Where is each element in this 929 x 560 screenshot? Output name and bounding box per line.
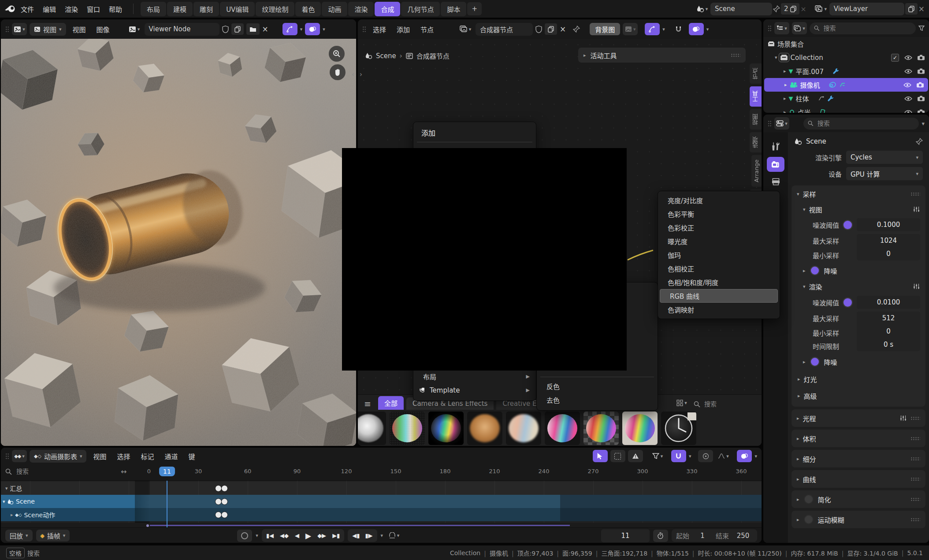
modifier-wrench-icon[interactable]	[832, 68, 839, 74]
workspace-tab-animation[interactable]: 动画	[322, 2, 347, 16]
workspace-tab-rendering[interactable]: 渲染	[348, 2, 374, 16]
overlays-toggle[interactable]	[689, 23, 704, 35]
chevron-down-icon[interactable]: ▾	[381, 533, 383, 538]
menu-item-gamma[interactable]: 伽玛	[658, 248, 780, 262]
disable-render-camera-icon[interactable]	[918, 96, 925, 101]
copy-view-layer-button[interactable]	[905, 3, 918, 15]
node-tree-name[interactable]: 合成器节点	[476, 23, 533, 36]
asset-thumbnail-vignette[interactable]	[428, 412, 464, 445]
viewport-subpanel-header[interactable]: ▾视图	[792, 202, 925, 216]
render-denoise-header[interactable]: ▸ 降噪	[792, 353, 925, 371]
outliner-row-scene-collection[interactable]: 场景集合	[763, 37, 929, 51]
use-preview-range-button[interactable]	[653, 530, 668, 542]
pan-button[interactable]	[330, 64, 346, 80]
step-back-button[interactable]: ◀▮	[352, 532, 360, 539]
menu-render[interactable]: 渲染	[61, 3, 82, 15]
max-samples-value[interactable]: 512	[857, 312, 920, 325]
unlink-node-tree-icon[interactable]: ×	[560, 25, 566, 33]
display-mode-dropdown[interactable]: 视图▾	[30, 23, 66, 36]
chevron-down-icon[interactable]: ▾	[300, 27, 303, 32]
playback-menu[interactable]: 回放▾	[5, 530, 33, 541]
channel-search[interactable]	[1, 464, 101, 475]
scene-users-count[interactable]: 2	[781, 3, 799, 15]
render-subpanel-header[interactable]: ▾渲染	[792, 279, 925, 294]
chevron-down-icon[interactable]: ▾	[662, 27, 665, 32]
advanced-subpanel-header[interactable]: ▸高级	[792, 387, 925, 404]
chevron-down-icon[interactable]: ▾	[256, 533, 258, 538]
menu-window[interactable]: 窗口	[83, 3, 104, 15]
chevron-down-icon[interactable]: ▾	[706, 27, 709, 32]
hide-eye-icon[interactable]	[904, 110, 912, 113]
expand-icon[interactable]: ▸	[784, 68, 786, 74]
curves-panel[interactable]: ▸曲线	[792, 470, 925, 488]
asset-thumbnail-bokeh-blur[interactable]	[467, 412, 502, 445]
snap-toggle[interactable]	[671, 450, 686, 462]
menu-item-template[interactable]: Template▶	[413, 383, 536, 397]
keyframe-icon[interactable]	[221, 498, 228, 505]
disable-render-camera-icon[interactable]	[918, 55, 925, 60]
max-samples-value[interactable]: 1024	[857, 234, 920, 247]
menu-item-color-correction[interactable]: 色彩校正	[658, 221, 780, 234]
menu-item-hue-correct[interactable]: 色相校正	[658, 262, 780, 275]
asset-thumbnail-pink-stripes[interactable]	[545, 412, 580, 445]
unlink-image-icon[interactable]: ×	[262, 25, 268, 33]
workspace-tab-geometry-nodes[interactable]: 几何节点	[401, 2, 440, 16]
menu-select[interactable]: 选择	[113, 450, 134, 463]
sliders-icon[interactable]	[913, 206, 920, 213]
device-dropdown[interactable]: GPU 计算▾	[846, 167, 923, 180]
overlays-toggle[interactable]	[305, 23, 320, 35]
previous-keyframe-button[interactable]: ◀◆	[280, 532, 289, 539]
drag-handle-icon[interactable]	[910, 416, 920, 420]
image-datablock-icon[interactable]: ▾	[127, 23, 142, 35]
next-keyframe-button[interactable]: ◆▶	[317, 532, 326, 539]
menu-edit[interactable]: 编辑	[39, 3, 60, 15]
light-paths-panel[interactable]: ▸光程	[792, 409, 925, 427]
blender-logo-icon[interactable]	[4, 5, 16, 13]
editor-type-button[interactable]: ▾	[774, 117, 789, 130]
tab-tool-icon[interactable]	[771, 142, 780, 151]
chevron-down-icon[interactable]: ▾	[754, 454, 757, 459]
scene-icon[interactable]: ▾	[695, 3, 710, 15]
drag-handle-icon[interactable]	[5, 453, 9, 460]
pin-icon[interactable]	[773, 5, 780, 12]
menu-item-brightness-contrast[interactable]: 亮度/对比度	[658, 193, 780, 207]
menu-marker[interactable]: 标记	[137, 450, 158, 463]
workspace-tab-uv[interactable]: UV编辑	[220, 2, 255, 16]
properties-search[interactable]	[803, 118, 919, 130]
outliner-row-plane[interactable]: ▸ ▼ 平面.007	[763, 64, 929, 78]
menu-item-hsv[interactable]: 色相/饱和度/明度	[658, 275, 780, 289]
unlink-scene-icon[interactable]: ×	[800, 5, 806, 13]
box-select-button[interactable]	[610, 450, 625, 462]
menu-item-desaturate[interactable]: 去色	[537, 393, 658, 407]
pin-icon[interactable]	[916, 138, 923, 145]
collapse-icon[interactable]: ▾	[775, 55, 777, 60]
expand-icon[interactable]: ▸	[784, 96, 786, 101]
snap-toggle[interactable]	[671, 23, 686, 35]
motion-blur-panel[interactable]: ▸ 运动模糊	[792, 511, 925, 528]
motion-blur-checkbox[interactable]	[804, 515, 814, 524]
overlays-toggle[interactable]	[737, 450, 752, 462]
outliner-row-point-light[interactable]: ▸ 点光	[763, 105, 929, 113]
workspace-tab-texture-paint[interactable]: 纹理绘制	[256, 2, 294, 16]
fake-user-shield-icon[interactable]	[222, 26, 229, 33]
auto-key-button[interactable]	[237, 530, 252, 542]
audio-sync-button[interactable]: ▾	[386, 530, 401, 542]
keyframe-icon[interactable]	[215, 512, 222, 518]
menu-item-color-balance[interactable]: 色彩平衡	[658, 207, 780, 221]
disable-render-camera-icon[interactable]	[918, 109, 925, 113]
noise-threshold-value[interactable]: 0.1000	[857, 218, 920, 231]
workspace-tab-sculpt[interactable]: 雕刻	[193, 2, 219, 16]
menu-item-tonemap[interactable]: 色调映射	[658, 303, 780, 316]
outliner-row-cylinder[interactable]: ▸ ▼ 柱体	[763, 92, 929, 105]
drag-handle-icon[interactable]	[362, 26, 366, 33]
chevron-down-icon[interactable]: ▾	[922, 121, 925, 126]
workspace-tab-modeling[interactable]: 建模	[167, 2, 193, 16]
start-frame-value[interactable]: 1	[694, 532, 711, 540]
node-tree-datablock-icon[interactable]: ▾	[458, 23, 473, 35]
drag-handle-icon[interactable]	[768, 25, 772, 32]
render-engine-dropdown[interactable]: Cycles▾	[846, 151, 923, 164]
menu-item-rgb-curves[interactable]: RGB 曲线	[660, 289, 778, 303]
channel-row-scene[interactable]: ▾ Scene	[1, 495, 762, 508]
asset-thumbnail-glare[interactable]	[358, 412, 386, 445]
gizmos-toggle[interactable]	[282, 23, 297, 35]
